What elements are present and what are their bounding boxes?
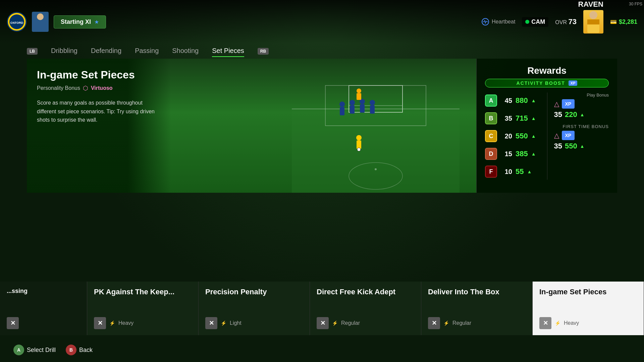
main-content: In-game Set Pieces Personality Bonus ⬡ V… (27, 59, 617, 193)
remove-drill-4[interactable]: ✕ (539, 317, 551, 329)
player-name-label: RAVEN (578, 0, 603, 9)
personality-row: Personality Bonus ⬡ Virtuoso (37, 84, 161, 92)
player-avatar-right (583, 10, 603, 34)
svg-text:OXFORD: OXFORD (10, 21, 23, 24)
grade-score-a: 45 (500, 97, 512, 105)
intensity-text-2: Regular (341, 320, 360, 326)
intensity-icon-2: ⚡ (332, 320, 338, 326)
back-nav[interactable]: B Back (66, 345, 93, 355)
grade-row-b: B 35 715 ▲ (485, 110, 547, 126)
tab-passing[interactable]: Passing (135, 45, 159, 57)
intensity-text-1: Light (230, 320, 241, 326)
grade-arrow-b: ▲ (531, 116, 536, 121)
svg-point-6 (589, 11, 597, 19)
tab-defending[interactable]: Defending (91, 45, 121, 57)
select-drill-label: Select Drill (27, 347, 56, 354)
pb-number-2: 35 (554, 142, 562, 150)
grade-score-f: 10 (500, 168, 512, 176)
drill-card-1-title: Precision Penalty (205, 288, 303, 296)
intensity-icon-0: ⚡ (109, 320, 115, 326)
drill-card-3-title: Deliver Into The Box (428, 288, 526, 296)
pb-xp-value-1: 220 (565, 110, 577, 119)
pb-triangle-2: △ (554, 131, 559, 139)
right-bumper[interactable]: RB (258, 48, 269, 55)
drill-card-3[interactable]: Deliver Into The Box ✕ ⚡ Regular (421, 282, 533, 335)
drill-description: Score as many goals as possible througho… (37, 99, 161, 124)
intensity-text-3: Regular (452, 320, 471, 326)
heartbeat-icon (482, 18, 489, 25)
star-icon: ★ (94, 19, 99, 25)
drill-card-partial-bottom: ✕ (7, 317, 80, 329)
grade-row-f: F 10 55 ▲ (485, 164, 547, 180)
back-label: Back (79, 347, 93, 354)
play-bonus-numbers-2: 35 550 ▲ (554, 142, 609, 150)
game-preview: In-game Set Pieces Personality Bonus ⬡ V… (27, 59, 476, 193)
rewards-panel: Rewards ACTIVITY BOOST XP A 45 880 ▲ B 3… (476, 59, 617, 193)
intensity-icon-1: ⚡ (221, 320, 226, 326)
navigation-tabs: LB Dribbling Defending Passing Shooting … (27, 45, 269, 57)
a-button: A (13, 345, 24, 355)
intensity-text-4: Heavy (564, 320, 579, 326)
rewards-play-bonus: Play Bonus △ XP 35 220 ▲ FIRST TIME BONU… (547, 93, 609, 180)
remove-drill-0[interactable]: ✕ (94, 317, 106, 329)
grade-xp-c: 550 (516, 132, 528, 140)
svg-rect-23 (370, 105, 375, 114)
drill-card-2-bottom: ✕ ⚡ Regular (317, 317, 414, 329)
drill-card-4[interactable]: In-game Set Pieces ✕ ⚡ Heavy (533, 282, 644, 335)
grade-arrow-a: ▲ (531, 98, 536, 103)
drill-cards-row: ...ssing ✕ PK Against The Keep... ✕ ⚡ He… (0, 282, 644, 335)
drill-card-0-title: PK Against The Keep... (94, 288, 192, 296)
drill-card-partial[interactable]: ...ssing ✕ (0, 282, 87, 335)
grade-xp-f: 55 (516, 167, 524, 176)
svg-rect-28 (357, 93, 361, 100)
position-text: CAM (531, 18, 545, 25)
drill-card-0[interactable]: PK Against The Keep... ✕ ⚡ Heavy (87, 282, 199, 335)
play-bonus-row-2: △ XP (554, 131, 609, 140)
svg-point-18 (350, 100, 355, 105)
tab-dribbling[interactable]: Dribbling (51, 45, 77, 57)
grade-arrow-c: ▲ (531, 133, 536, 139)
ovr-badge: OVR 73 (555, 17, 577, 26)
tab-set-pieces[interactable]: Set Pieces (212, 45, 244, 57)
drill-card-4-bottom: ✕ ⚡ Heavy (539, 317, 637, 329)
svg-rect-17 (340, 107, 344, 115)
drill-title: In-game Set Pieces (37, 69, 161, 81)
top-right-section: Heartbeat CAM OVR 73 RAVEN 💳 $2,281 (482, 10, 637, 34)
svg-point-15 (375, 168, 377, 170)
svg-rect-21 (360, 104, 365, 113)
drill-card-partial-title: ...ssing (7, 288, 80, 295)
remove-drill-2[interactable]: ✕ (317, 317, 329, 329)
xp-boost-badge: XP (569, 80, 578, 86)
drill-card-1[interactable]: Precision Penalty ✕ ⚡ Light (199, 282, 310, 335)
drill-card-3-bottom: ✕ ⚡ Regular (428, 317, 526, 329)
svg-point-16 (339, 102, 345, 107)
drill-card-2-title: Direct Free Kick Adept (317, 288, 414, 296)
remove-drill-partial[interactable]: ✕ (7, 317, 19, 329)
intensity-icon-4: ⚡ (555, 320, 560, 326)
remove-drill-3[interactable]: ✕ (428, 317, 440, 329)
drill-info-overlay: In-game Set Pieces Personality Bonus ⬡ V… (27, 59, 171, 193)
grade-row-d: D 15 385 ▲ (485, 146, 547, 162)
position-badge: CAM (522, 17, 548, 27)
rewards-grades: A 45 880 ▲ B 35 715 ▲ C 20 550 ▲ (485, 93, 547, 180)
top-left-section: OXFORD Starting XI ★ (7, 12, 106, 32)
svg-rect-25 (357, 140, 361, 149)
starting-xi-bar: Starting XI ★ (54, 15, 106, 28)
left-bumper[interactable]: LB (27, 48, 38, 55)
grade-xp-a: 880 (516, 96, 528, 105)
drill-card-2[interactable]: Direct Free Kick Adept ✕ ⚡ Regular (310, 282, 421, 335)
grade-badge-d: D (485, 148, 497, 160)
select-drill-nav[interactable]: A Select Drill (13, 345, 56, 355)
remove-drill-1[interactable]: ✕ (205, 317, 217, 329)
pb-triangle-1: △ (554, 100, 559, 108)
pb-arrow-1: ▲ (580, 112, 585, 117)
personality-label: Personality Bonus (37, 85, 80, 91)
svg-point-26 (357, 148, 361, 151)
play-bonus-row-1: △ XP (554, 99, 609, 109)
tab-shooting[interactable]: Shooting (172, 45, 199, 57)
svg-point-3 (37, 13, 44, 20)
pb-xp-value-2: 550 (565, 142, 577, 150)
grade-xp-d: 385 (516, 149, 528, 158)
rewards-grid: A 45 880 ▲ B 35 715 ▲ C 20 550 ▲ (485, 93, 609, 180)
svg-rect-4 (36, 21, 44, 31)
